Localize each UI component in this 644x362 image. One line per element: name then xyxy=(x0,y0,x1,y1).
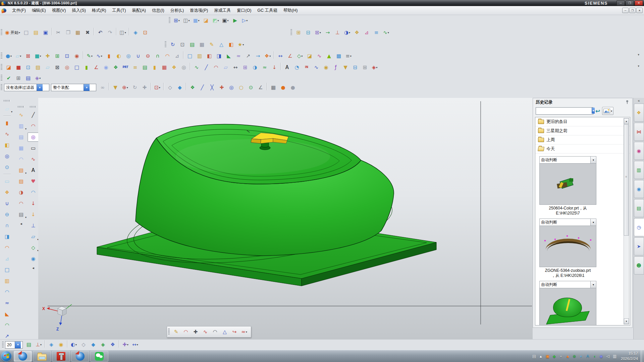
tray-ghost[interactable]: ● xyxy=(558,354,564,359)
scrollbar-thumb[interactable] xyxy=(624,124,629,236)
reference-circle[interactable]: ◎ xyxy=(62,63,72,72)
move-component[interactable]: → xyxy=(323,28,332,37)
tab-assembly-navigator[interactable]: ❖ xyxy=(634,104,644,122)
grab-point[interactable]: ✚ xyxy=(140,83,149,92)
snap-existing-point[interactable]: ⊙ xyxy=(246,83,256,92)
subtract-left[interactable]: ⊖ xyxy=(1,210,13,219)
spiral-tool[interactable]: ◉ xyxy=(321,63,331,72)
undo[interactable]: ↶ xyxy=(96,28,105,37)
layer-settings-bottom[interactable]: ▤ xyxy=(24,340,34,350)
component-pattern-dropdown[interactable]: ▾ xyxy=(320,31,321,34)
shaded-locate[interactable]: ◇ xyxy=(165,83,175,92)
pin-icon[interactable] xyxy=(626,100,630,105)
rotate-snap[interactable]: ↻ xyxy=(130,83,140,92)
tab-roles[interactable]: ☻ xyxy=(634,256,644,275)
start-button[interactable] xyxy=(1,351,12,362)
datum-tool-2[interactable]: ▱ xyxy=(221,63,230,72)
shaded-with-edges[interactable]: ■▾ xyxy=(192,16,201,25)
edge-blend-left[interactable]: ◠ xyxy=(1,243,13,252)
annotation-note[interactable]: ✎ xyxy=(207,40,216,49)
wcs-dynamics[interactable]: ⊥▾ xyxy=(34,340,43,350)
toolbar-grip[interactable] xyxy=(4,100,10,102)
show-and-hide-dropdown[interactable]: ▾ xyxy=(75,343,77,346)
assembly-sequence[interactable]: ≡ xyxy=(372,28,381,37)
taskbar-clock[interactable]: 15:17 2026/2/24 xyxy=(621,351,638,361)
new-component[interactable]: ⊟ xyxy=(304,28,313,37)
command-finder[interactable]: ◈ xyxy=(131,28,140,37)
line-tool[interactable]: ╱ xyxy=(28,110,39,120)
datum-plane-left-dropdown[interactable]: ▾ xyxy=(11,110,12,113)
history-item-mode-combobox[interactable]: 自动判断▾ xyxy=(540,281,596,288)
wcs-dynamics-dropdown[interactable]: ▾ xyxy=(40,343,42,346)
studio-surface[interactable]: ∿ xyxy=(15,110,27,120)
offset-tool-2[interactable]: ≈ xyxy=(260,63,269,72)
expression-fx[interactable]: ƒ xyxy=(331,63,340,72)
extract-body[interactable]: ■▾ xyxy=(33,51,43,61)
roles-gallery[interactable]: ★▾ xyxy=(236,40,246,49)
menu-item-6[interactable]: 工具(T) xyxy=(109,7,129,14)
split-body[interactable]: ◨ xyxy=(214,51,224,61)
draft-left[interactable]: ◣ xyxy=(1,309,13,319)
minimize-button[interactable]: ─ xyxy=(616,0,625,6)
layer-stack[interactable]: ▤ xyxy=(140,63,150,72)
move-face[interactable]: → xyxy=(253,51,263,61)
delete-face[interactable]: ⊠ xyxy=(23,51,33,61)
trim-sheet-left[interactable]: ◠ xyxy=(1,287,13,297)
through-curve-mesh[interactable]: ▦ xyxy=(15,143,27,153)
analysis-more-dropdown[interactable]: ▾ xyxy=(350,55,352,58)
pattern-geometry[interactable]: ⊞ xyxy=(53,51,62,61)
law-curve[interactable]: ♥ xyxy=(28,177,39,186)
sketch[interactable]: ✎▾ xyxy=(85,51,94,61)
tree-collapse[interactable]: ⊟ xyxy=(351,63,360,72)
toolbar-grip[interactable] xyxy=(290,29,292,36)
selection-filter-dropdown-icon[interactable]: ▼ xyxy=(37,84,43,91)
inch-toggle[interactable]: IN xyxy=(302,63,311,72)
section-view-orange[interactable]: ◪ xyxy=(201,16,211,25)
history-item-1[interactable]: 自动判断▾250604-Color.prt，从E:\HK\2025\7 xyxy=(539,156,596,216)
circle-tool[interactable]: ◎ xyxy=(28,132,39,142)
exploded-view[interactable]: ❖ xyxy=(352,28,362,37)
history-item-mode-combobox[interactable]: 自动判断▾ xyxy=(540,219,596,226)
swept-surface[interactable]: ▧▾ xyxy=(15,166,27,175)
selection-filter-combobox[interactable]: 没有选择过滤器 ▼ xyxy=(4,84,49,91)
fit-view[interactable]: ⊞▾ xyxy=(172,16,181,25)
trim-curve[interactable]: ◠ xyxy=(181,327,191,337)
start-menu-dropdown[interactable]: ▾ xyxy=(19,31,20,34)
synchronous-modeling[interactable]: ❖▾ xyxy=(263,51,272,61)
sketch-curve[interactable]: ∿ xyxy=(192,63,201,72)
intersect[interactable]: ∩ xyxy=(153,51,162,61)
screen-layout-dropdown[interactable]: ▾ xyxy=(125,31,126,34)
fit-view-dropdown[interactable]: ▾ xyxy=(178,19,180,22)
revolve[interactable]: ◐ xyxy=(114,51,123,61)
component-pattern[interactable]: ⊠▾ xyxy=(313,28,323,37)
datum-plane-dropdown[interactable]: ▾ xyxy=(20,55,21,58)
toolbar-grip[interactable] xyxy=(1,64,2,71)
new-file[interactable]: □ xyxy=(21,28,31,37)
add-component[interactable]: ⊞ xyxy=(294,28,303,37)
datum-plane[interactable]: ▱▾ xyxy=(14,51,23,61)
close-button[interactable]: ✕ xyxy=(635,0,643,6)
intersection-curve[interactable]: ⊥ xyxy=(28,221,39,230)
assembly-constraints[interactable]: ⊥ xyxy=(333,28,342,37)
extrude[interactable]: ▮ xyxy=(104,51,114,61)
snap-center[interactable]: ◎ xyxy=(227,83,236,92)
history-item-2[interactable]: 自动判断▾ZGONE-5364-zuobiao.prt，从 E:\HK\2026… xyxy=(539,219,596,278)
work-layer-dropdown-icon[interactable]: ▼ xyxy=(15,342,21,348)
datum-plane-left[interactable]: ▱▾ xyxy=(1,104,13,114)
wave-link-2[interactable]: ∿ xyxy=(312,63,321,72)
roles-gallery-dropdown[interactable]: ▾ xyxy=(243,43,244,46)
sew-left[interactable]: ≈ xyxy=(1,298,13,308)
toolbar-grip[interactable] xyxy=(2,342,4,348)
assembly-info[interactable]: ⊡ xyxy=(23,63,33,72)
redo[interactable]: ↷ xyxy=(105,28,115,37)
graphics-viewport[interactable]: X Z xyxy=(38,98,533,339)
toolbar-grip[interactable] xyxy=(1,53,2,59)
tray-volume[interactable]: ◁ xyxy=(605,354,611,359)
fillet-curve[interactable]: ◠ xyxy=(210,327,220,337)
tools-more-dropdown[interactable]: ▾ xyxy=(376,66,377,69)
sheet-metal-flange-dropdown[interactable]: ▾ xyxy=(25,216,26,219)
pmi-display[interactable]: △ xyxy=(217,40,226,49)
tray-wechat-mini[interactable]: ◖ xyxy=(592,354,597,359)
tab-constraint-navigator[interactable]: ⋈ xyxy=(634,123,644,141)
curve-group-dropdown[interactable]: ▾ xyxy=(101,55,102,58)
